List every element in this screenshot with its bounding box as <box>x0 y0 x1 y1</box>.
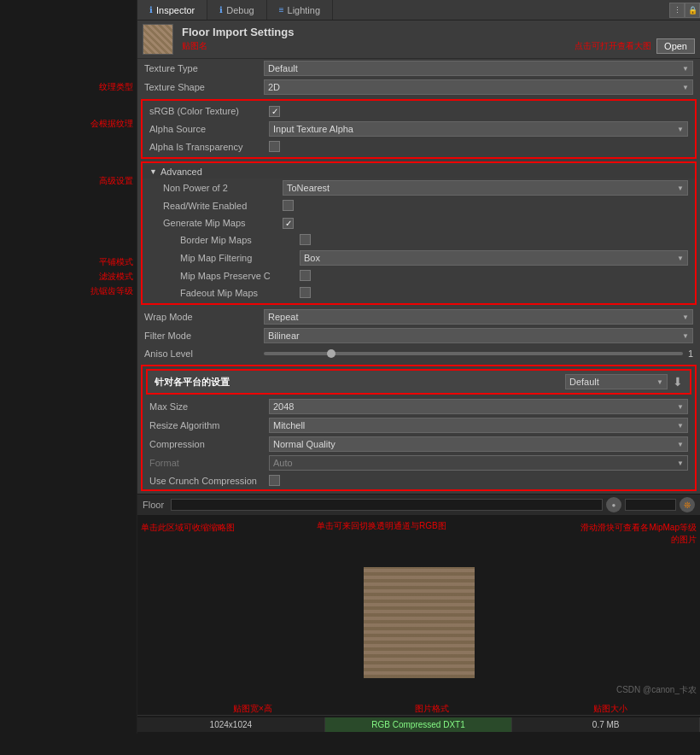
annotation-filter: 滤波模式 <box>0 269 137 282</box>
compression-row: Compression Normal Quality ▼ <box>143 435 695 454</box>
dropdown-arrow-7: ▼ <box>682 332 689 340</box>
annotation-wrap: 平铺模式 <box>0 255 137 267</box>
download-icon: ⬇ <box>673 375 683 389</box>
texture-type-dropdown[interactable]: Default ▼ <box>264 61 693 76</box>
filter-mode-label: Filter Mode <box>144 331 264 341</box>
srgb-row: sRGB (Color Texture) <box>143 102 695 120</box>
fadeout-row: Fadeout Mip Maps <box>143 284 695 301</box>
wrap-mode-row: Wrap Mode Repeat ▼ <box>137 307 700 326</box>
platform-dropdown[interactable]: Default ▼ <box>565 374 668 389</box>
watermark: CSDN @canon_卡农 <box>616 684 697 696</box>
alpha-transparency-row: Alpha Is Transparency <box>143 138 695 155</box>
debug-icon: ℹ <box>219 5 223 15</box>
border-mip-row: Border Mip Maps <box>143 231 695 249</box>
info-bar: 1024x1024 RGB Compressed DXT1 0.7 MB <box>137 715 700 734</box>
dropdown-arrow-12: ▼ <box>677 459 684 467</box>
rgb-label: ● <box>612 501 616 509</box>
max-size-row: Max Size 2048 ▼ <box>143 397 695 416</box>
alpha-source-dropdown[interactable]: Input Texture Alpha ▼ <box>269 121 688 137</box>
format-label: Format <box>149 458 269 468</box>
resize-label: Resize Algorithm <box>149 420 269 430</box>
ann-mipmap: 滑动滑块可查看各MipMap等级的图片 <box>580 518 700 546</box>
mip-preserve-label: Mip Maps Preserve C <box>180 271 300 281</box>
srgb-label: sRGB (Color Texture) <box>149 106 269 116</box>
tab-debug[interactable]: ℹ Debug <box>207 0 266 20</box>
fadeout-label: Fadeout Mip Maps <box>180 288 300 298</box>
format-cell: RGB Compressed DXT1 <box>325 717 513 732</box>
mip-preserve-checkbox[interactable] <box>300 270 311 281</box>
annotation-advanced: 高级设置 <box>0 173 137 186</box>
dropdown-arrow-9: ▼ <box>677 403 684 411</box>
ann-dimensions: 贴图宽×高 <box>137 703 342 715</box>
wrap-mode-dropdown[interactable]: Repeat ▼ <box>264 309 693 325</box>
bottom-toolbar: Floor ● ❊ <box>137 494 700 515</box>
slider-bar[interactable] <box>625 499 676 511</box>
texture-thumbnail <box>143 24 173 55</box>
advanced-header[interactable]: ▼ Advanced <box>143 165 695 179</box>
dropdown-arrow-6: ▼ <box>682 313 689 321</box>
open-button[interactable]: Open <box>656 38 695 54</box>
crunch-checkbox[interactable] <box>269 475 280 486</box>
aniso-slider[interactable] <box>264 352 683 355</box>
generate-mip-checkbox[interactable] <box>283 218 294 229</box>
resize-dropdown[interactable]: Mitchell ▼ <box>269 418 688 433</box>
ann-size: 贴图大小 <box>521 703 700 715</box>
filter-mode-dropdown[interactable]: Bilinear ▼ <box>264 328 693 343</box>
panel-title: Floor Import Settings <box>182 26 695 38</box>
tab-lighting[interactable]: ≡ Lighting <box>267 0 333 20</box>
tab-bar: ℹ Inspector ℹ Debug ≡ Lighting ⋮ 🔒 <box>137 0 700 20</box>
aniso-thumb[interactable] <box>327 349 335 358</box>
border-mip-label: Border Mip Maps <box>180 235 300 245</box>
alpha-source-label: Alpha Source <box>149 124 269 134</box>
texture-shape-dropdown[interactable]: 2D ▼ <box>264 79 693 95</box>
border-mip-checkbox[interactable] <box>300 234 311 245</box>
format-row: Format Auto ▼ <box>143 454 695 472</box>
max-size-dropdown[interactable]: 2048 ▼ <box>269 399 688 414</box>
rgb-icon[interactable]: ● <box>606 497 621 512</box>
dropdown-arrow-5: ▼ <box>677 255 684 262</box>
mip-filter-dropdown[interactable]: Box ▼ <box>300 250 688 266</box>
ann-alpha: 单击可来回切换透明通道与RGB图 <box>317 520 446 532</box>
srgb-checkbox[interactable] <box>269 106 280 117</box>
mip-filter-label: Mip Map Filtering <box>180 253 300 263</box>
ann-thumbnail: 单击此区域可收缩缩略图 <box>141 522 271 534</box>
panel-menu-icon[interactable]: ⋮ <box>669 3 685 18</box>
generate-mip-label: Generate Mip Maps <box>163 218 283 228</box>
panel-lock-icon[interactable]: 🔒 <box>685 3 700 18</box>
non-power-dropdown[interactable]: ToNearest ▼ <box>283 180 688 196</box>
dropdown-arrow-11: ▼ <box>677 441 684 448</box>
dropdown-arrow-10: ▼ <box>677 422 684 430</box>
collapse-triangle: ▼ <box>149 167 157 176</box>
alpha-icon[interactable]: ❊ <box>680 497 695 512</box>
annotation-color: 会根据纹理 <box>0 116 137 129</box>
fadeout-checkbox[interactable] <box>300 287 311 298</box>
bottom-section: 单击此区域可收缩缩略图 单击可来回切换透明通道与RGB图 滑动滑块可查看各Mip… <box>137 515 700 734</box>
panel-header: Floor Import Settings 贴图名 点击可打开查看大图 Open <box>137 20 700 59</box>
read-write-checkbox[interactable] <box>283 200 294 211</box>
size-cell: 0.7 MB <box>512 717 700 732</box>
texture-type-label: Texture Type <box>144 63 264 73</box>
floor-label: Floor <box>143 500 164 510</box>
texture-type-row: Texture Type Default ▼ <box>137 59 700 78</box>
filter-mode-row: Filter Mode Bilinear ▼ <box>137 326 700 345</box>
progress-bar[interactable] <box>171 499 603 511</box>
non-power-label: Non Power of 2 <box>163 183 283 193</box>
open-annotation: 点击可打开查看大图 <box>575 40 651 52</box>
compression-dropdown[interactable]: Normal Quality ▼ <box>269 436 688 452</box>
platform-title: 针对各平台的设置 <box>155 376 565 389</box>
mip-filter-row: Mip Map Filtering Box ▼ <box>143 249 695 267</box>
platform-header[interactable]: 针对各平台的设置 Default ▼ ⬇ <box>146 369 691 395</box>
mip-preserve-row: Mip Maps Preserve C <box>143 267 695 284</box>
dropdown-arrow-4: ▼ <box>677 184 684 192</box>
dropdown-arrow-2: ▼ <box>682 84 689 91</box>
texture-shape-row: Texture Shape 2D ▼ <box>137 78 700 97</box>
preview-texture <box>364 567 475 678</box>
platform-inner: 针对各平台的设置 Default ▼ ⬇ Max Size 2048 ▼ <box>141 365 697 491</box>
lighting-icon: ≡ <box>279 5 284 15</box>
subtitle-annotation: 贴图名 <box>182 40 207 52</box>
tab-inspector[interactable]: ℹ Inspector <box>137 0 207 20</box>
advanced-label: Advanced <box>160 167 202 177</box>
non-power-row: Non Power of 2 ToNearest ▼ <box>143 179 695 197</box>
texture-type-value[interactable]: Default ▼ <box>264 61 693 76</box>
alpha-transparency-checkbox[interactable] <box>269 141 280 152</box>
